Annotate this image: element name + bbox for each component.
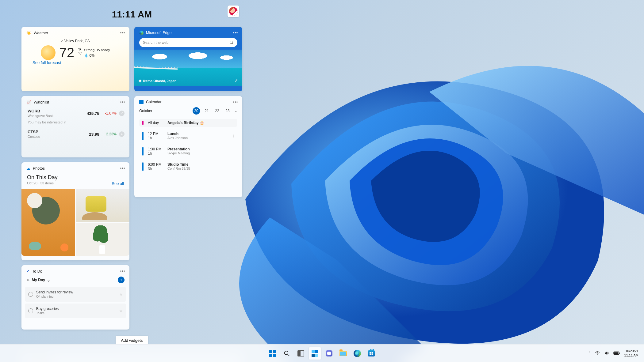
todo-item[interactable]: Buy groceriesTasks ☆ (25, 304, 126, 318)
stock-delta: -1.67% (99, 111, 117, 115)
photos-grid[interactable] (21, 189, 129, 256)
stock-symbol: WGRB (28, 109, 80, 113)
svg-point-2 (285, 351, 288, 355)
event-time: 1:30 PM (148, 147, 163, 151)
weather-widget[interactable]: ☀️ Weather ••• ⌂ Valley Park, CA 72°F°C … (21, 27, 129, 91)
weather-more-button[interactable]: ••• (118, 29, 127, 36)
taskbar-time: 11:11 AM (624, 353, 638, 358)
stock-add-button[interactable]: + (119, 131, 125, 137)
add-widgets-button[interactable]: Add widgets (116, 336, 148, 345)
calendar-event[interactable]: 12 PM1h LunchAlex Johnson ⋮⋮ (139, 130, 237, 142)
chevron-down-icon[interactable]: ⌄ (234, 109, 237, 113)
chat-button[interactable] (323, 347, 335, 360)
todo-icon: ✔ (26, 269, 30, 273)
todo-checkbox[interactable] (28, 308, 33, 313)
location-pin-icon: ⌂ (61, 39, 63, 43)
star-icon[interactable]: ☆ (119, 309, 123, 313)
onedrive-icon: ☁ (26, 166, 30, 171)
calendar-day[interactable]: 23 (224, 109, 231, 113)
edge-widget[interactable]: Microsoft Edge ••• Search the web ◉Ikema… (134, 27, 242, 91)
weather-temperature: 72°F°C (59, 45, 74, 60)
svg-line-1 (232, 43, 233, 44)
watchlist-suggestion-label: You may be interested in (21, 119, 129, 126)
star-icon[interactable]: ☆ (119, 292, 123, 296)
battery-icon[interactable] (613, 351, 620, 356)
event-time: 12 PM (148, 132, 163, 136)
watchlist-row[interactable]: WGRBWoodgrove Bank 435.75 -1.67% ✓ (21, 106, 129, 119)
expand-icon[interactable]: ⤢ (235, 78, 238, 83)
svg-rect-6 (614, 352, 618, 354)
edge-title: Microsoft Edge (146, 31, 171, 35)
svg-point-4 (597, 354, 598, 355)
edge-image-location: Ikema Ohashi, Japan (143, 79, 176, 83)
stocks-icon: 📈 (26, 100, 31, 104)
calendar-event[interactable]: 6:00 PM3h Studio TimeConf Rm 32/35 (139, 160, 237, 173)
edge-more-button[interactable]: ••• (231, 29, 240, 36)
calendar-day[interactable]: 21 (203, 109, 210, 113)
todo-item-title: Send invites for review (36, 290, 73, 294)
photos-heading: On This Day (21, 172, 129, 181)
watchlist-more-button[interactable]: ••• (118, 99, 127, 105)
event-subtitle: Alex Johnson (167, 136, 188, 140)
calendar-widget[interactable]: Calendar ••• October 20 21 22 23 ⌄ All d… (134, 96, 242, 197)
watchlist-widget[interactable]: 📈 Watchlist ••• WGRBWoodgrove Bank 435.7… (21, 96, 129, 157)
photos-widget[interactable]: ☁ Photos ••• On This Day Oct 20 · 33 ite… (21, 162, 129, 260)
file-explorer-button[interactable] (337, 347, 349, 360)
volume-icon[interactable] (604, 351, 609, 356)
stock-price: 23.98 (80, 132, 99, 137)
taskbar-search-button[interactable] (281, 347, 293, 360)
search-icon (229, 40, 234, 45)
edge-featured-image[interactable]: ◉Ikema Ohashi, Japan ⤢ (134, 50, 242, 86)
stock-symbol: CTSP (28, 130, 80, 134)
watchlist-row[interactable]: CTSPContoso 23.98 +2.23% + (21, 126, 129, 140)
todo-title: To Do (32, 269, 42, 273)
calendar-more-button[interactable]: ••• (231, 99, 240, 105)
wifi-icon[interactable] (595, 351, 600, 356)
todo-item[interactable]: Send invites for reviewQ4 planning ☆ (25, 287, 126, 302)
weather-icon: ☀️ (26, 31, 31, 35)
stock-check-button[interactable]: ✓ (119, 111, 125, 116)
event-title: Presentation (167, 147, 190, 151)
calendar-event[interactable]: All day Angela's Birthday 🎂 (139, 119, 237, 127)
start-button[interactable] (266, 347, 279, 360)
photos-subtitle: Oct 20 · 33 items (27, 181, 54, 186)
todo-list-name[interactable]: My Day (32, 278, 45, 282)
todo-checkbox[interactable] (28, 292, 33, 297)
task-view-button[interactable] (295, 347, 307, 360)
calendar-day-selected[interactable]: 20 (193, 107, 200, 115)
photo-thumbnail[interactable] (21, 189, 75, 256)
edge-search-input[interactable]: Search the web (139, 38, 237, 47)
chevron-down-icon[interactable]: ⌄ (47, 278, 50, 282)
photos-see-all-link[interactable]: See all (112, 181, 124, 186)
event-time: All day (148, 121, 163, 125)
weather-details: Strong UV today 💧 0% (84, 47, 110, 58)
event-title: Lunch (167, 132, 178, 136)
photos-more-button[interactable]: ••• (118, 165, 127, 171)
edge-search-placeholder: Search the web (143, 40, 168, 45)
taskbar-date: 10/20/21 (624, 349, 638, 353)
weather-location: Valley Park, CA (64, 39, 90, 43)
taskbar-clock[interactable]: 10/20/21 11:11 AM (624, 349, 638, 358)
todo-more-button[interactable]: ••• (118, 268, 127, 274)
edge-button[interactable] (351, 347, 363, 360)
user-avatar[interactable] (228, 6, 239, 17)
photo-thumbnail[interactable] (76, 189, 129, 222)
widgets-button[interactable] (309, 347, 321, 360)
sun-outline-icon: ☼ (26, 278, 30, 282)
calendar-day[interactable]: 22 (213, 109, 221, 113)
panel-clock: 11:11 AM (112, 9, 152, 20)
drag-handle-icon[interactable]: ⋮⋮ (232, 135, 236, 137)
stock-delta: +2.23% (99, 132, 117, 136)
store-button[interactable] (365, 347, 378, 360)
svg-point-0 (230, 41, 232, 43)
event-time: 6:00 PM (148, 162, 163, 167)
todo-add-button[interactable]: + (118, 277, 125, 283)
todo-widget[interactable]: ✔ To Do ••• ☼ My Day ⌄ + Send invites fo… (21, 265, 129, 330)
event-subtitle: Conf Rm 32/35 (167, 167, 190, 170)
stock-price: 435.75 (80, 111, 99, 116)
photo-thumbnail[interactable] (76, 223, 129, 256)
stock-name: Contoso (28, 135, 40, 138)
watchlist-title: Watchlist (34, 100, 49, 104)
tray-chevron-up-icon[interactable]: ˄ (589, 351, 591, 355)
calendar-event[interactable]: 1:30 PM1h PresentationSkype Meeting (139, 145, 237, 157)
